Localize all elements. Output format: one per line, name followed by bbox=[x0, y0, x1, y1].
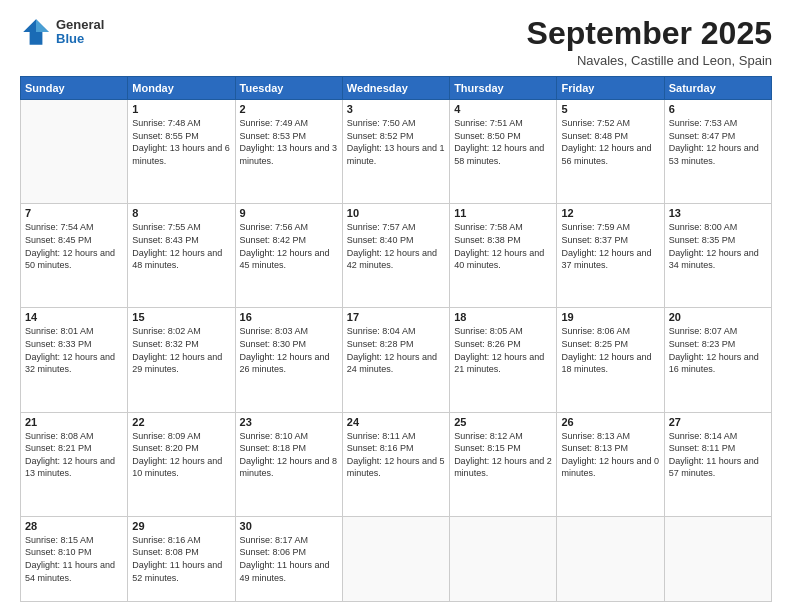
calendar-cell: 20 Sunrise: 8:07 AM Sunset: 8:23 PM Dayl… bbox=[664, 308, 771, 412]
daylight: Daylight: 11 hours and 52 minutes. bbox=[132, 560, 222, 583]
day-info: Sunrise: 8:13 AM Sunset: 8:13 PM Dayligh… bbox=[561, 430, 659, 480]
sunset: Sunset: 8:26 PM bbox=[454, 339, 521, 349]
daylight: Daylight: 12 hours and 53 minutes. bbox=[669, 143, 759, 166]
calendar-cell: 8 Sunrise: 7:55 AM Sunset: 8:43 PM Dayli… bbox=[128, 204, 235, 308]
day-number: 17 bbox=[347, 311, 445, 323]
header: General Blue September 2025 Navales, Cas… bbox=[20, 16, 772, 68]
day-number: 16 bbox=[240, 311, 338, 323]
sunset: Sunset: 8:25 PM bbox=[561, 339, 628, 349]
calendar-week-2: 7 Sunrise: 7:54 AM Sunset: 8:45 PM Dayli… bbox=[21, 204, 772, 308]
calendar-cell: 17 Sunrise: 8:04 AM Sunset: 8:28 PM Dayl… bbox=[342, 308, 449, 412]
sunset: Sunset: 8:21 PM bbox=[25, 443, 92, 453]
sunrise: Sunrise: 8:13 AM bbox=[561, 431, 630, 441]
sunrise: Sunrise: 7:59 AM bbox=[561, 222, 630, 232]
sunrise: Sunrise: 7:50 AM bbox=[347, 118, 416, 128]
day-number: 20 bbox=[669, 311, 767, 323]
day-info: Sunrise: 8:00 AM Sunset: 8:35 PM Dayligh… bbox=[669, 221, 767, 271]
sunrise: Sunrise: 7:51 AM bbox=[454, 118, 523, 128]
calendar-cell: 3 Sunrise: 7:50 AM Sunset: 8:52 PM Dayli… bbox=[342, 100, 449, 204]
sunset: Sunset: 8:43 PM bbox=[132, 235, 199, 245]
month-title: September 2025 bbox=[527, 16, 772, 51]
sunrise: Sunrise: 8:09 AM bbox=[132, 431, 201, 441]
sunset: Sunset: 8:47 PM bbox=[669, 131, 736, 141]
day-number: 21 bbox=[25, 416, 123, 428]
sunset: Sunset: 8:33 PM bbox=[25, 339, 92, 349]
sunset: Sunset: 8:13 PM bbox=[561, 443, 628, 453]
sunset: Sunset: 8:08 PM bbox=[132, 547, 199, 557]
sunrise: Sunrise: 8:04 AM bbox=[347, 326, 416, 336]
daylight: Daylight: 12 hours and 37 minutes. bbox=[561, 248, 651, 271]
daylight: Daylight: 12 hours and 2 minutes. bbox=[454, 456, 552, 479]
calendar-cell: 1 Sunrise: 7:48 AM Sunset: 8:55 PM Dayli… bbox=[128, 100, 235, 204]
calendar-cell bbox=[21, 100, 128, 204]
calendar-cell: 21 Sunrise: 8:08 AM Sunset: 8:21 PM Dayl… bbox=[21, 412, 128, 516]
calendar-table: Sunday Monday Tuesday Wednesday Thursday… bbox=[20, 76, 772, 602]
calendar-cell: 12 Sunrise: 7:59 AM Sunset: 8:37 PM Dayl… bbox=[557, 204, 664, 308]
sunrise: Sunrise: 8:14 AM bbox=[669, 431, 738, 441]
sunrise: Sunrise: 8:11 AM bbox=[347, 431, 416, 441]
logo-icon bbox=[20, 16, 52, 48]
day-info: Sunrise: 8:03 AM Sunset: 8:30 PM Dayligh… bbox=[240, 325, 338, 375]
day-number: 14 bbox=[25, 311, 123, 323]
day-info: Sunrise: 8:16 AM Sunset: 8:08 PM Dayligh… bbox=[132, 534, 230, 584]
calendar-cell: 2 Sunrise: 7:49 AM Sunset: 8:53 PM Dayli… bbox=[235, 100, 342, 204]
sunset: Sunset: 8:11 PM bbox=[669, 443, 736, 453]
day-info: Sunrise: 8:02 AM Sunset: 8:32 PM Dayligh… bbox=[132, 325, 230, 375]
daylight: Daylight: 12 hours and 34 minutes. bbox=[669, 248, 759, 271]
day-number: 8 bbox=[132, 207, 230, 219]
sunrise: Sunrise: 7:53 AM bbox=[669, 118, 738, 128]
sunrise: Sunrise: 8:06 AM bbox=[561, 326, 630, 336]
day-number: 29 bbox=[132, 520, 230, 532]
day-number: 19 bbox=[561, 311, 659, 323]
sunrise: Sunrise: 8:08 AM bbox=[25, 431, 94, 441]
calendar-cell: 15 Sunrise: 8:02 AM Sunset: 8:32 PM Dayl… bbox=[128, 308, 235, 412]
daylight: Daylight: 13 hours and 6 minutes. bbox=[132, 143, 230, 166]
calendar-cell: 4 Sunrise: 7:51 AM Sunset: 8:50 PM Dayli… bbox=[450, 100, 557, 204]
sunset: Sunset: 8:40 PM bbox=[347, 235, 414, 245]
logo-general: General bbox=[56, 18, 104, 32]
calendar-cell: 26 Sunrise: 8:13 AM Sunset: 8:13 PM Dayl… bbox=[557, 412, 664, 516]
calendar-cell: 13 Sunrise: 8:00 AM Sunset: 8:35 PM Dayl… bbox=[664, 204, 771, 308]
daylight: Daylight: 12 hours and 13 minutes. bbox=[25, 456, 115, 479]
sunset: Sunset: 8:52 PM bbox=[347, 131, 414, 141]
sunset: Sunset: 8:48 PM bbox=[561, 131, 628, 141]
daylight: Daylight: 12 hours and 24 minutes. bbox=[347, 352, 437, 375]
day-number: 24 bbox=[347, 416, 445, 428]
day-number: 10 bbox=[347, 207, 445, 219]
day-number: 26 bbox=[561, 416, 659, 428]
daylight: Daylight: 12 hours and 58 minutes. bbox=[454, 143, 544, 166]
sunrise: Sunrise: 7:58 AM bbox=[454, 222, 523, 232]
calendar-cell: 30 Sunrise: 8:17 AM Sunset: 8:06 PM Dayl… bbox=[235, 516, 342, 601]
daylight: Daylight: 12 hours and 45 minutes. bbox=[240, 248, 330, 271]
sunset: Sunset: 8:53 PM bbox=[240, 131, 307, 141]
calendar-cell: 27 Sunrise: 8:14 AM Sunset: 8:11 PM Dayl… bbox=[664, 412, 771, 516]
sunset: Sunset: 8:15 PM bbox=[454, 443, 521, 453]
sunrise: Sunrise: 8:10 AM bbox=[240, 431, 309, 441]
day-number: 30 bbox=[240, 520, 338, 532]
day-info: Sunrise: 7:51 AM Sunset: 8:50 PM Dayligh… bbox=[454, 117, 552, 167]
sunrise: Sunrise: 8:12 AM bbox=[454, 431, 523, 441]
sunset: Sunset: 8:50 PM bbox=[454, 131, 521, 141]
sunset: Sunset: 8:42 PM bbox=[240, 235, 307, 245]
calendar-cell: 25 Sunrise: 8:12 AM Sunset: 8:15 PM Dayl… bbox=[450, 412, 557, 516]
calendar-cell: 24 Sunrise: 8:11 AM Sunset: 8:16 PM Dayl… bbox=[342, 412, 449, 516]
day-number: 28 bbox=[25, 520, 123, 532]
day-info: Sunrise: 8:08 AM Sunset: 8:21 PM Dayligh… bbox=[25, 430, 123, 480]
day-number: 4 bbox=[454, 103, 552, 115]
sunset: Sunset: 8:35 PM bbox=[669, 235, 736, 245]
day-number: 5 bbox=[561, 103, 659, 115]
daylight: Daylight: 12 hours and 56 minutes. bbox=[561, 143, 651, 166]
col-tuesday: Tuesday bbox=[235, 77, 342, 100]
sunset: Sunset: 8:28 PM bbox=[347, 339, 414, 349]
daylight: Daylight: 12 hours and 40 minutes. bbox=[454, 248, 544, 271]
daylight: Daylight: 12 hours and 5 minutes. bbox=[347, 456, 445, 479]
calendar-cell bbox=[342, 516, 449, 601]
calendar-cell bbox=[557, 516, 664, 601]
daylight: Daylight: 12 hours and 42 minutes. bbox=[347, 248, 437, 271]
daylight: Daylight: 13 hours and 1 minute. bbox=[347, 143, 445, 166]
day-info: Sunrise: 7:53 AM Sunset: 8:47 PM Dayligh… bbox=[669, 117, 767, 167]
calendar-cell: 19 Sunrise: 8:06 AM Sunset: 8:25 PM Dayl… bbox=[557, 308, 664, 412]
daylight: Daylight: 12 hours and 32 minutes. bbox=[25, 352, 115, 375]
day-number: 9 bbox=[240, 207, 338, 219]
sunrise: Sunrise: 8:01 AM bbox=[25, 326, 94, 336]
